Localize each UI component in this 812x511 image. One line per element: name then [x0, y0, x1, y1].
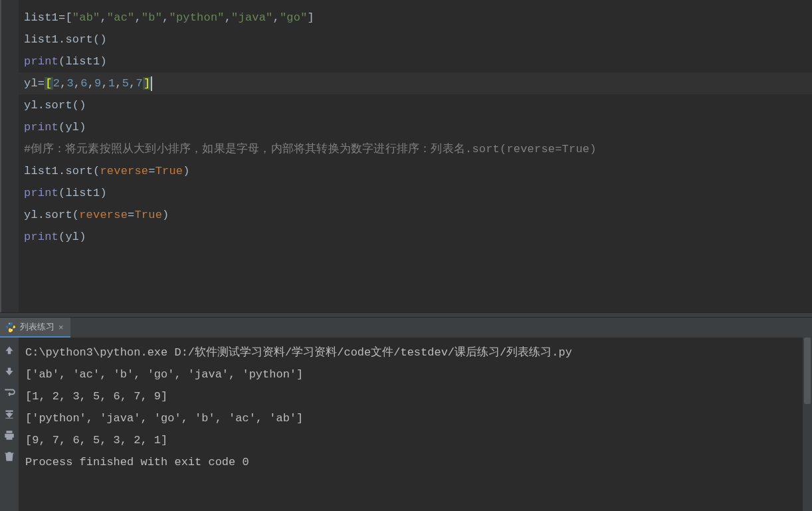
- scroll-to-end-icon[interactable]: [3, 408, 15, 420]
- console-line: [9, 7, 6, 5, 3, 2, 1]: [25, 429, 805, 451]
- svg-point-1: [11, 330, 13, 331]
- trash-icon[interactable]: [3, 451, 15, 462]
- code-line[interactable]: yl=[2,3,6,9,1,5,7]: [24, 72, 807, 94]
- run-toolbar: [0, 338, 19, 511]
- code-editor[interactable]: list1=["ab","ac","b","python","java","go…: [0, 0, 812, 312]
- scrollbar[interactable]: [803, 338, 812, 511]
- print-icon[interactable]: [3, 429, 15, 441]
- soft-wrap-icon[interactable]: [3, 387, 15, 399]
- code-line[interactable]: #倒序：将元素按照从大到小排序，如果是字母，内部将其转换为数字进行排序：列表名.…: [24, 138, 807, 160]
- scrollbar-thumb[interactable]: [804, 338, 811, 404]
- code-line[interactable]: print(list1): [24, 51, 807, 72]
- arrow-up-icon[interactable]: [3, 344, 15, 356]
- text-caret: [151, 76, 152, 91]
- code-line[interactable]: list1=["ab","ac","b","python","java","go…: [24, 7, 807, 29]
- code-line[interactable]: yl.sort(): [24, 94, 807, 116]
- run-tool-window: 列表练习 × C:\python3\python.exe D:/软件测试学习资料…: [0, 318, 812, 511]
- svg-point-0: [9, 323, 10, 324]
- splitter[interactable]: [0, 312, 812, 318]
- editor-gutter: [0, 0, 19, 312]
- run-tab[interactable]: 列表练习 ×: [0, 318, 70, 338]
- code-line[interactable]: print(yl): [24, 116, 807, 138]
- python-file-icon: [5, 322, 16, 332]
- run-tab-label: 列表练习: [20, 321, 54, 333]
- console-line: [1, 2, 3, 5, 6, 7, 9]: [25, 385, 805, 407]
- code-line[interactable]: yl.sort(reverse=True): [24, 204, 807, 226]
- code-line[interactable]: print(yl): [24, 226, 807, 248]
- run-tab-bar: 列表练习 ×: [0, 318, 812, 338]
- close-icon[interactable]: ×: [58, 322, 64, 332]
- code-line[interactable]: print(list1): [24, 182, 807, 204]
- console-line: Process finished with exit code 0: [25, 451, 805, 473]
- arrow-down-icon[interactable]: [3, 365, 15, 377]
- console-line: ['python', 'java', 'go', 'b', 'ac', 'ab'…: [25, 407, 805, 429]
- code-line[interactable]: list1.sort(reverse=True): [24, 160, 807, 182]
- console-output[interactable]: C:\python3\python.exe D:/软件测试学习资料/学习资料/c…: [19, 338, 812, 511]
- console-line: C:\python3\python.exe D:/软件测试学习资料/学习资料/c…: [25, 342, 805, 363]
- console-line: ['ab', 'ac', 'b', 'go', 'java', 'python'…: [25, 363, 805, 385]
- code-line[interactable]: list1.sort(): [24, 29, 807, 51]
